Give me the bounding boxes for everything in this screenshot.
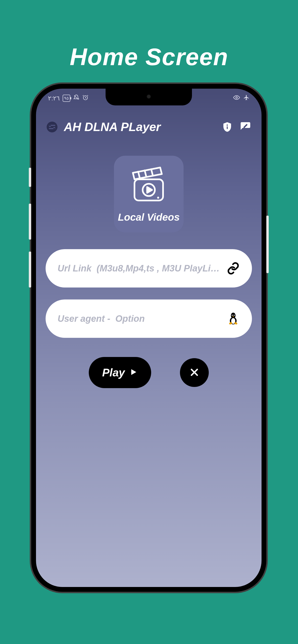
phone-screen: ٢:٢٦ ٩٥ AH [36,89,261,587]
side-button-mute [29,168,31,187]
notch [106,89,192,106]
svg-line-5 [145,170,146,177]
play-button[interactable]: Play [89,357,152,388]
side-button-vol-up [29,204,31,240]
side-button-power [266,216,269,273]
svg-line-4 [138,172,140,178]
svg-marker-21 [131,369,136,375]
battery-indicator: ٩٥ [63,95,70,102]
user-agent-input[interactable] [58,314,221,324]
page-title: Home Screen [0,43,298,71]
svg-point-1 [236,96,238,98]
app-header: AH DLNA PLayer [36,115,261,139]
local-videos-label: Local Videos [118,212,180,223]
play-icon [129,366,138,379]
svg-point-10 [157,197,159,199]
user-agent-input-row [46,300,252,338]
link-icon [226,262,240,275]
svg-point-17 [234,315,234,316]
shield-info-icon[interactable] [221,120,234,134]
svg-point-16 [232,315,233,316]
svg-rect-3 [227,126,228,129]
dnd-icon [73,94,79,102]
svg-marker-9 [147,187,152,193]
app-title: AH DLNA PLayer [64,120,215,134]
clapperboard-icon [128,165,169,207]
status-time: ٢:٢٦ [48,95,60,102]
alarm-icon [82,94,89,102]
airplane-icon [243,94,249,102]
svg-point-2 [226,124,228,126]
close-icon [189,366,200,379]
eye-icon [233,94,240,102]
status-right [233,94,249,102]
clear-button[interactable] [180,358,209,387]
local-videos-tile[interactable]: Local Videos [114,156,184,232]
status-left: ٢:٢٦ ٩٥ [48,94,89,102]
phone-frame: ٢:٢٦ ٩٥ AH [31,84,266,592]
feedback-icon[interactable] [239,120,252,134]
url-input[interactable] [58,263,221,274]
app-logo-icon [46,120,59,134]
side-button-vol-down [29,252,31,288]
svg-line-6 [151,169,153,176]
actions-row: Play [36,357,261,388]
linux-icon [226,312,240,325]
play-button-label: Play [102,366,125,379]
url-input-row [46,249,252,288]
